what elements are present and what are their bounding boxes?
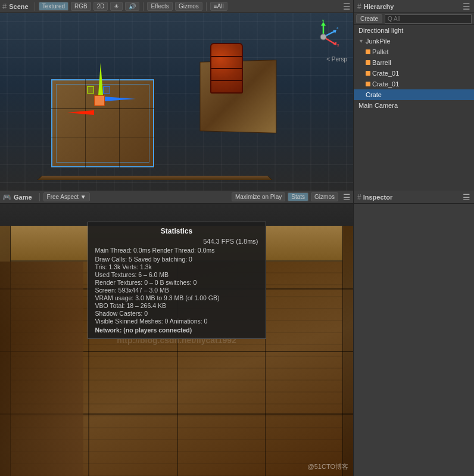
item-color-dot <box>366 49 370 54</box>
stats-vram: VRAM usage: 3.0 MB to 9.3 MB (of 1.00 GB… <box>95 294 258 301</box>
hierarchy-search[interactable] <box>385 14 472 24</box>
stats-render-textures: Render Textures: 0 – 0 B switches: 0 <box>95 279 258 286</box>
stats-used-textures: Used Textures: 6 – 6.0 MB <box>95 271 258 278</box>
maximize-on-play-btn[interactable]: Maximize on Play <box>232 192 285 201</box>
hierarchy-titlebar: # Hierarchy ☰ <box>354 0 474 13</box>
site-badge: @51CTO博客 <box>308 462 348 471</box>
layers-btn[interactable]: ≡All <box>210 2 227 11</box>
scene-toolbar: # Scene Textured RGB 2D ☀ 🔊 Effects Gizm… <box>0 0 353 13</box>
view-2d-btn[interactable]: 2D <box>93 2 108 11</box>
hierarchy-title: Hierarchy <box>364 3 460 10</box>
scene-icon: # <box>2 2 7 11</box>
stats-threads-text: Main Thread: 0.0ms Render Thread: 0.0ms <box>95 247 215 254</box>
scene-objects <box>0 13 353 191</box>
inspector-panel: # Inspector ☰ <box>354 191 474 476</box>
item-label: Pallet <box>372 48 389 55</box>
stats-tris: Tris: 1.3k Verts: 1.3k <box>95 263 258 270</box>
item-label: Directional light <box>358 27 403 34</box>
hierarchy-item-directional-light[interactable]: Directional light <box>354 25 474 36</box>
hierarchy-menu-btn[interactable]: ☰ <box>463 2 470 11</box>
stats-shadow: Shadow Casters: 0 <box>95 310 258 317</box>
fold-icon: ▼ <box>358 38 364 44</box>
hierarchy-item-junkpile[interactable]: ▼ JunkPile <box>354 36 474 46</box>
stats-fps: 544.3 FPS (1.8ms) <box>95 238 258 245</box>
aspect-dropdown-btn[interactable]: Free Aspect ▼ <box>43 192 90 201</box>
scene-title: Scene <box>9 3 28 10</box>
game-title: Game <box>14 194 32 201</box>
scene-viewport[interactable]: z x y < Persp <box>0 13 353 191</box>
inspector-icon: # <box>357 193 361 201</box>
panel-menu-scene[interactable]: ☰ <box>343 2 351 11</box>
game-toolbar: 🎮 Game Free Aspect ▼ Maximize on Play St… <box>0 191 353 204</box>
item-label: Crate_01 <box>372 70 399 77</box>
item-color-dot <box>366 71 370 76</box>
item-color-dot <box>366 82 370 86</box>
separator2 <box>143 2 144 11</box>
game-sep <box>39 193 40 201</box>
color-space-btn[interactable]: RGB <box>71 2 91 11</box>
separator3 <box>206 2 207 11</box>
stats-drawcalls: Draw Calls: 5 Saved by batching: 0 <box>95 256 258 263</box>
hierarchy-item-pallet[interactable]: Pallet <box>354 46 474 57</box>
aspect-label: Free Aspect <box>47 194 79 200</box>
effects-btn[interactable]: Effects <box>147 2 172 11</box>
hierarchy-toolbar: Create <box>354 13 474 25</box>
inspector-content <box>354 204 474 476</box>
stats-skinned: Visible Skinned Meshes: 0 Animations: 0 <box>95 318 258 325</box>
gizmos-game-btn[interactable]: Gizmos <box>311 192 338 201</box>
item-label: Crate_01 <box>372 80 399 88</box>
game-panel: 🎮 Game Free Aspect ▼ Maximize on Play St… <box>0 191 354 476</box>
item-color-dot <box>366 60 370 65</box>
hierarchy-create-btn[interactable]: Create <box>356 14 382 23</box>
hierarchy-panel: # Hierarchy ☰ Create Directional light ▼… <box>354 0 474 191</box>
hierarchy-icon: # <box>357 2 361 11</box>
stats-threads: Main Thread: 0.0ms Render Thread: 0.0ms <box>95 247 258 254</box>
barrel <box>210 43 243 94</box>
audio-btn[interactable]: 🔊 <box>125 2 139 11</box>
separator <box>35 2 35 11</box>
item-label: JunkPile <box>366 38 391 45</box>
stats-btn[interactable]: Stats <box>288 192 308 201</box>
hierarchy-list: Directional light ▼ JunkPile Pallet Barr… <box>354 25 474 191</box>
hierarchy-item-barrell[interactable]: Barrell <box>354 57 474 68</box>
scene-panel: # Scene Textured RGB 2D ☀ 🔊 Effects Gizm… <box>0 0 354 191</box>
game-panel-menu-btn[interactable]: ☰ <box>343 192 351 202</box>
stats-network: Network: (no players connected) <box>95 326 258 334</box>
hierarchy-item-main-camera[interactable]: Main Camera <box>354 100 474 111</box>
lighting-btn[interactable]: ☀ <box>110 2 123 11</box>
inspector-title: Inspector <box>363 194 463 201</box>
game-icon: 🎮 <box>2 193 11 201</box>
stats-overlay: Statistics 544.3 FPS (1.8ms) Main Thread… <box>88 222 266 339</box>
gizmos-scene-btn[interactable]: Gizmos <box>175 2 202 11</box>
stats-title: Statistics <box>95 227 258 235</box>
inspector-titlebar: # Inspector ☰ <box>354 191 474 204</box>
stats-screen: Screen: 593x447 – 3.0 MB <box>95 287 258 294</box>
item-label: Barrell <box>372 59 391 66</box>
hierarchy-item-crate01-1[interactable]: Crate_01 <box>354 68 474 79</box>
inspector-menu-btn[interactable]: ☰ <box>463 192 470 202</box>
game-viewport[interactable]: http://blog.csdn.net/liycat1992 Statisti… <box>0 204 353 476</box>
hierarchy-item-crate01-2[interactable]: Crate_01 <box>354 79 474 89</box>
stats-vbo: VBO Total: 18 – 266.4 KB <box>95 302 258 309</box>
hierarchy-item-crate-selected[interactable]: Crate <box>354 89 474 100</box>
item-label: Main Camera <box>358 102 398 109</box>
aspect-arrow: ▼ <box>80 194 86 200</box>
render-mode-btn[interactable]: Textured <box>39 2 68 11</box>
item-label: Crate <box>366 91 382 98</box>
